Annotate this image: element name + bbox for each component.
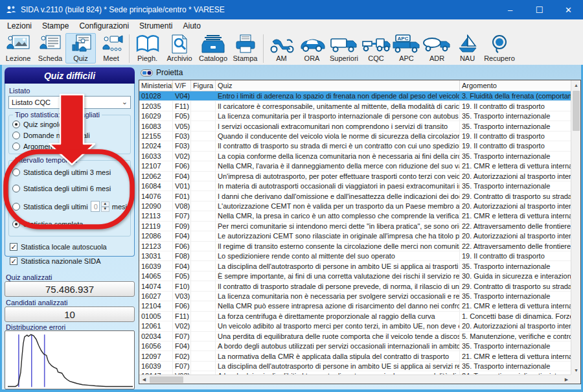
- table-row[interactable]: 16039F04)La disciplina dell'autotrasport…: [139, 261, 571, 271]
- scroll-left-icon[interactable]: ◀: [139, 375, 149, 384]
- toolbar-button-meet[interactable]: Meet: [96, 33, 126, 63]
- toolbar-button-label: Superiori: [330, 54, 358, 62]
- toolbar-button-apc[interactable]: APCAPC: [391, 33, 422, 63]
- toolbar-button-lezione[interactable]: Lezione: [1, 33, 35, 63]
- toolbar-button-piegh[interactable]: Piegh.: [132, 33, 163, 63]
- table-row[interactable]: 16029F05)La licenza comunitaria per il t…: [139, 111, 571, 121]
- scroll-right-icon[interactable]: ▶: [562, 375, 571, 384]
- radio-tipo-argomenti[interactable]: Argomenti: [12, 143, 127, 150]
- toolbar-button-superiori[interactable]: Superiori: [327, 33, 361, 63]
- column-header-figura[interactable]: Figura: [191, 80, 216, 91]
- radio-label: Statistica degli ultimi 6 mesi: [23, 185, 111, 192]
- table-row[interactable]: 01028V04)Entro i limiti di aderenza lo s…: [139, 91, 571, 101]
- radio-intervallo-statistica-completa[interactable]: Statistica completa: [12, 220, 127, 228]
- cell-argomento: 20. Autorizzazioni al trasporto internaz…: [460, 202, 571, 211]
- close-button[interactable]: ✕: [554, 0, 583, 19]
- cell-quiz: In materia di autotrasporti occasionali …: [216, 181, 460, 190]
- vertical-scrollbar[interactable]: ▲ ▼: [571, 80, 580, 375]
- cell-figura: [191, 191, 216, 200]
- table-row[interactable]: 16027V03)La licenza comunitaria non è ne…: [139, 292, 571, 301]
- table-row[interactable]: 12086F04)Le autorizzazioni CEMT sono ril…: [139, 231, 571, 241]
- horizontal-scroll-thumb[interactable]: [150, 376, 183, 383]
- table-row[interactable]: 12107F06)Nella CMR, l'avaria è il danneg…: [139, 161, 571, 171]
- menu-strumenti[interactable]: Strumenti: [134, 20, 177, 32]
- table-row[interactable]: 12123F06)Il regime di transito esterno c…: [139, 242, 571, 251]
- table-row[interactable]: 02034F07)Una perdita di equilibratura de…: [139, 332, 571, 341]
- table-row[interactable]: 13031F08)Lo spedizioniere rende conto al…: [139, 251, 571, 261]
- toolbar-button-adr[interactable]: ADR: [422, 33, 452, 63]
- menu-configurazioni[interactable]: Configurazioni: [74, 20, 134, 32]
- cell-quiz: Il caricatore è corresponsabile, unitame…: [216, 101, 460, 110]
- toolbar-button-ora[interactable]: ORA: [297, 33, 327, 63]
- toolbar-button-scheda[interactable]: Scheda: [35, 33, 65, 63]
- table-row[interactable]: 12035F11)Il caricatore è corresponsabile…: [139, 101, 571, 111]
- radio-label: Domande ministeriali: [23, 132, 90, 139]
- toolbar-button-stampa[interactable]: Stampa: [230, 33, 260, 63]
- table-row[interactable]: 12104F06)Nella CMR può essere intrapresa…: [139, 301, 571, 311]
- toolbar-button-am[interactable]: AM: [266, 33, 297, 63]
- table-row[interactable]: 12061V02)Un veicolo adibito al trasporto…: [139, 321, 571, 331]
- cell-figura: [191, 121, 216, 130]
- cell-vf: F04): [173, 341, 191, 351]
- minimize-button[interactable]: –: [496, 0, 525, 19]
- toolbar-button-archivio[interactable]: Archivio: [163, 33, 196, 63]
- table-row[interactable]: 16084V01)In materia di autotrasporti occ…: [139, 181, 571, 191]
- menu-aiuto[interactable]: Aiuto: [177, 20, 205, 32]
- table-row[interactable]: 12062F04)Un'impresa di autotrasporto, pe…: [139, 172, 571, 181]
- table-row[interactable]: 12097F02)La normativa della CMR è applic…: [139, 351, 571, 361]
- toolbar-button-quiz[interactable]: Quiz: [65, 33, 96, 63]
- menu-lezioni[interactable]: Lezioni: [2, 20, 37, 32]
- radio-intervallo-statistica-degli-ultimi-6-mesi[interactable]: Statistica degli ultimi 6 mesi: [12, 185, 127, 192]
- cell-argomento: 30. Guida in sicurezza e interazione con…: [460, 271, 571, 281]
- person-sheet-icon: [38, 34, 63, 54]
- column-header-argomento[interactable]: Argomento: [460, 80, 571, 91]
- table-row[interactable]: 14074F10)Il contratto di trasporto strad…: [139, 281, 571, 291]
- checkbox-statistica-locale-autoscuola[interactable]: ✓Statistica locale autoscuola: [10, 243, 131, 251]
- cell-vf: F04): [173, 172, 191, 181]
- column-header-v-f[interactable]: V/F: [173, 80, 191, 91]
- cell-quiz: La copia conforme della licenza comunita…: [216, 152, 460, 161]
- table-row[interactable]: 16039F07)La disciplina dell'autotrasport…: [139, 362, 571, 371]
- table-row[interactable]: 12113F07)Nella CMR, la presa in carico è…: [139, 211, 571, 221]
- vertical-scroll-thumb[interactable]: [573, 91, 580, 131]
- proietta-button[interactable]: Proietta: [141, 66, 183, 79]
- cell-figura: [191, 181, 216, 190]
- mesi-spinner[interactable]: ▲▼: [101, 202, 109, 212]
- table-row[interactable]: 12090V08)L'autorizzazione CEMT non è val…: [139, 202, 571, 211]
- cell-argomento: 21. CMR e lettera di vettura internazion…: [460, 161, 571, 170]
- table-row[interactable]: 14076F01)I danni che derivano dall'omiss…: [139, 191, 571, 201]
- cell-vf: F08): [173, 251, 191, 260]
- toolbar-button-recupero[interactable]: Recupero: [483, 33, 516, 63]
- cell-quiz: La forza centrifuga è direttamente propo…: [216, 312, 460, 321]
- horizontal-scrollbar[interactable]: ◀ ▶: [139, 375, 571, 384]
- toolbar-button-label: Quiz: [73, 54, 88, 62]
- table-row[interactable]: 12119F09)Per merci comunitarie si intend…: [139, 222, 571, 231]
- table-row[interactable]: 14065F05)È sempre importante, ai fini di…: [139, 271, 571, 281]
- table-row[interactable]: 16033V02)La copia conforme della licenza…: [139, 152, 571, 161]
- radio-tipo-domande-ministeriali[interactable]: Domande ministeriali: [12, 132, 127, 139]
- column-header-quiz[interactable]: Quiz: [216, 80, 460, 91]
- scroll-down-icon[interactable]: ▼: [571, 365, 581, 375]
- maximize-button[interactable]: ☐: [525, 0, 554, 19]
- radio-intervallo-statistica-degli-ultimi[interactable]: Statistica degli ultimi0▲▼mesi: [12, 201, 127, 212]
- table-row[interactable]: 12155F03)Quando il conducente del veicol…: [139, 132, 571, 141]
- checkbox-statistica-nazionale-sida[interactable]: ✓Statistica nazionale SIDA: [10, 257, 131, 265]
- listato-select[interactable]: Listato CQC ⌄: [8, 96, 131, 109]
- radio-tipo-quiz-singolo[interactable]: Quiz singolo: [12, 121, 127, 128]
- table-row[interactable]: 12024F03)Il contratto di trasporto su st…: [139, 141, 571, 151]
- radio-intervallo-statistica-degli-ultimi-3-mesi[interactable]: Statistica degli ultimi 3 mesi: [12, 168, 127, 176]
- cell-vf: F03): [173, 141, 191, 150]
- table-row[interactable]: 16056F04)A bordo degli autobus utilizzat…: [139, 341, 571, 351]
- table-row[interactable]: 16083V05)I servizi occasionali extracomu…: [139, 121, 571, 131]
- toolbar-button-cqc[interactable]: CQC: [361, 33, 391, 63]
- cell-argomento: 5. Manutenzione, verifiche e controlli: [460, 332, 571, 341]
- scroll-up-icon[interactable]: ▲: [571, 80, 581, 89]
- toolbar-button-catalogo[interactable]: Catalogo: [196, 33, 230, 63]
- listato-label: Listato: [9, 87, 131, 95]
- menu-stampe[interactable]: Stampe: [37, 20, 74, 32]
- mesi-input[interactable]: 0: [91, 201, 100, 212]
- svg-text:APC: APC: [397, 36, 408, 41]
- toolbar-button-nau[interactable]: NAU: [452, 33, 483, 63]
- table-row[interactable]: 01005F11)La forza centrifuga è direttame…: [139, 312, 571, 321]
- column-header-ministeriale[interactable]: Ministeriale: [139, 80, 173, 91]
